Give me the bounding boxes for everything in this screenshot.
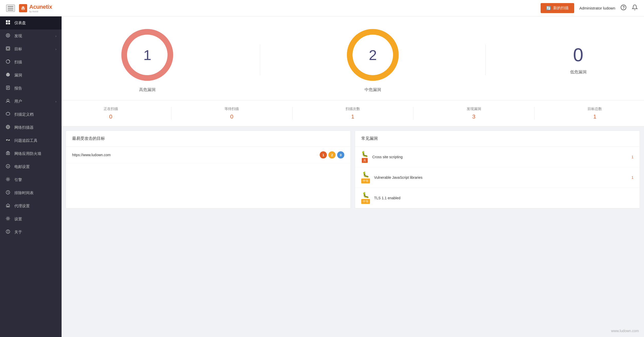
list-item: 🐛 高 Cross site scripting 1 [355,147,640,167]
logo-text-area: Acunetix by Invicti [29,4,52,13]
header: Acunetix by Invicti 🔄 新的扫描 Administrator… [0,0,644,16]
sidebar-item-exclusions[interactable]: 排除时间表 [0,186,62,200]
target-url[interactable]: https://www.ludown.com [72,153,111,157]
proxy-icon [5,203,11,209]
main-content: 1 高危漏洞 2 中危漏洞 0 低危漏洞 [62,16,644,337]
admin-name: Administrator ludown [579,6,615,10]
svg-point-15 [8,74,9,75]
sidebar-item-vulnerabilities[interactable]: 漏洞 [0,69,62,82]
high-ring-container: 1 [119,27,175,83]
email-settings-icon [5,164,11,170]
most-attacked-body: https://www.ludown.com 1 2 0 [66,147,350,163]
sidebar-item-waf[interactable]: 网络应用防火墙 [0,147,62,160]
header-right: 🔄 新的扫描 Administrator ludown [541,3,638,13]
sidebar-item-settings[interactable]: 设置 [0,213,62,226]
sidebar-label-engine: 引擎 [14,177,56,182]
vuln-icon-area-2: 🐛 中等 [361,192,370,204]
sidebar-label-issue-tracker: 问题追踪工具 [14,138,56,143]
found-vulns-value: 3 [472,113,475,120]
svg-rect-11 [7,47,9,49]
logo-icon [19,4,27,12]
sidebar-item-dashboard[interactable]: 仪表盘 [0,16,62,29]
target-badges: 1 2 0 [320,151,344,158]
svg-point-8 [6,34,10,37]
table-row: https://www.ludown.com 1 2 0 [66,147,350,163]
notifications-button[interactable] [632,4,638,12]
medium-risk-label: 中危漏洞 [365,87,381,93]
users-chevron: › [55,100,56,103]
sidebar: 仪表盘 发现 › 目标 › [0,16,62,337]
waiting-value: 0 [230,113,233,120]
vuln-icon-area-0: 🐛 高 [361,151,368,163]
sidebar-item-email-settings[interactable]: 电邮设置 [0,160,62,173]
svg-point-27 [7,153,8,154]
sidebar-item-proxy[interactable]: 代理设置 [0,200,62,213]
vuln-severity-0: 高 [362,158,368,163]
vuln-name-0[interactable]: Cross site scripting [372,155,627,159]
svg-rect-10 [6,47,10,50]
vuln-name-1[interactable]: Vulnerable JavaScript libraries [374,175,627,180]
mini-stat-waiting: 等待扫描 0 [225,107,239,120]
new-scan-button[interactable]: 🔄 新的扫描 [541,3,574,13]
targets-chevron: › [55,47,56,51]
mini-divider-1 [171,107,171,120]
sidebar-label-users: 用户 [14,99,52,104]
svg-point-31 [7,218,9,219]
svg-point-24 [6,140,7,141]
sidebar-item-network-scanner[interactable]: 网络扫描器 [0,121,62,134]
scan-icon [5,59,11,65]
bottom-panels: 最易受攻击的目标 https://www.ludown.com 1 2 0 常见… [62,126,644,213]
svg-rect-6 [6,23,8,24]
settings-icon [5,216,11,222]
vuln-icon-area-1: 🐛 中等 [361,171,370,183]
vuln-name-2[interactable]: TLS 1.1 enabled [374,196,629,200]
sidebar-item-issue-tracker[interactable]: 问题追踪工具 [0,134,62,147]
main-layout: 仪表盘 发现 › 目标 › [0,16,644,337]
sidebar-item-discover[interactable]: 发现 › [0,29,62,43]
scan-count-label: 扫描次数 [346,107,360,111]
total-targets-label: 目标总数 [588,107,602,111]
sidebar-item-about[interactable]: 关于 [0,226,62,239]
mini-stat-scan-count: 扫描次数 1 [346,107,360,120]
low-risk-card: 0 低危漏洞 [570,44,587,75]
divider-2 [485,44,486,75]
high-risk-card: 1 高危漏洞 [119,27,175,93]
sidebar-item-reports[interactable]: 报告 [0,82,62,95]
common-vulns-panel: 常见漏洞 🐛 高 Cross site scripting 1 🐛 中等 [355,131,640,209]
sidebar-item-scan[interactable]: 扫描 [0,56,62,69]
svg-rect-4 [6,20,8,22]
sidebar-label-discover: 发现 [14,34,52,38]
vuln-bug-icon-2: 🐛 [362,192,369,199]
svg-point-3 [623,8,624,9]
total-targets-value: 1 [593,113,596,120]
menu-toggle-button[interactable] [6,5,15,12]
sidebar-item-scan-profile[interactable]: 扫描定义档 [0,108,62,121]
medium-ring-container: 2 [345,27,401,83]
dashboard-icon [5,20,11,26]
sidebar-item-users[interactable]: 用户 › [0,95,62,108]
issue-tracker-icon [5,138,11,144]
sidebar-label-reports: 报告 [14,86,56,91]
sidebar-label-targets: 目标 [14,47,52,52]
targets-icon [5,46,11,52]
sidebar-label-settings: 设置 [14,217,56,222]
logo-name: Acunetix [29,4,52,10]
badge-medium: 2 [328,151,336,158]
common-vulns-body: 🐛 高 Cross site scripting 1 🐛 中等 Vulnerab… [355,147,640,208]
high-risk-label: 高危漏洞 [139,87,155,93]
help-button[interactable] [620,4,627,12]
svg-point-34 [8,231,8,231]
high-risk-value: 1 [143,47,151,63]
waf-icon [5,151,11,157]
sidebar-item-targets[interactable]: 目标 › [0,43,62,56]
mini-divider-3 [413,107,413,120]
sidebar-label-dashboard: 仪表盘 [14,21,56,25]
mini-divider-4 [534,107,534,120]
sidebar-label-network-scanner: 网络扫描器 [14,125,56,130]
svg-rect-5 [8,20,10,22]
svg-point-14 [7,74,8,75]
svg-point-1 [23,6,24,7]
users-icon [5,98,11,104]
common-vulns-title: 常见漏洞 [355,131,640,147]
sidebar-item-engine[interactable]: 引擎 [0,173,62,186]
